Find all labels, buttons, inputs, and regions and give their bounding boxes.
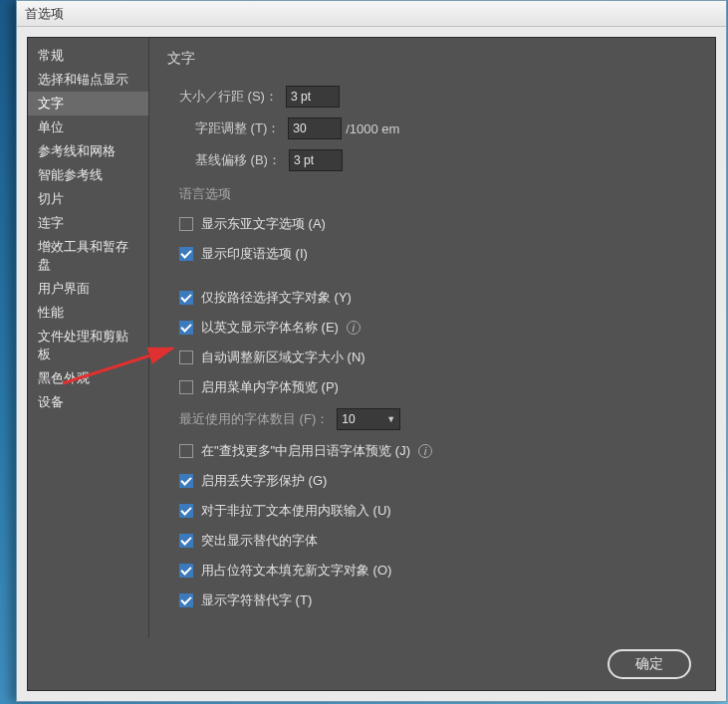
row-menu-preview: 启用菜单内字体预览 (P) [167, 372, 697, 402]
sidebar-item-plugins[interactable]: 增效工具和暂存盘 [28, 235, 148, 277]
input-baseline[interactable] [289, 149, 343, 171]
row-auto-size-area: 自动调整新区域文字大小 (N) [167, 343, 697, 372]
checkbox-menu-preview[interactable] [179, 380, 193, 394]
label-menu-preview: 启用菜单内字体预览 (P) [201, 378, 339, 396]
label-tracking: 字距调整 (T)： [195, 119, 280, 137]
preferences-dialog: 首选项 常规 选择和锚点显示 文字 单位 参考线和网格 智能参考线 切片 连字 … [16, 0, 727, 702]
label-highlight-alt: 突出显示替代的字体 [201, 532, 318, 550]
label-path-only: 仅按路径选择文字对象 (Y) [201, 289, 352, 307]
select-recent-fonts[interactable]: 10 ▼ [337, 408, 400, 430]
row-placeholder: 用占位符文本填充新文字对象 (O) [167, 556, 697, 586]
row-highlight-alt: 突出显示替代的字体 [167, 526, 697, 556]
info-icon[interactable]: i [418, 444, 432, 458]
dialog-body: 常规 选择和锚点显示 文字 单位 参考线和网格 智能参考线 切片 连字 增效工具… [27, 37, 716, 691]
select-recent-fonts-value: 10 [342, 412, 355, 426]
sidebar-item-general[interactable]: 常规 [28, 44, 148, 68]
sidebar-item-file-clipboard[interactable]: 文件处理和剪贴板 [28, 325, 148, 366]
sidebar-item-devices[interactable]: 设备 [28, 390, 148, 414]
footer: 确定 [28, 638, 715, 690]
label-baseline: 基线偏移 (B)： [195, 151, 281, 169]
checkbox-placeholder[interactable] [179, 564, 193, 578]
label-east-asian: 显示东亚文字选项 (A) [201, 215, 326, 233]
input-size-leading[interactable] [286, 86, 340, 108]
row-show-alt-glyph: 显示字符替代字 (T) [167, 586, 697, 615]
sidebar-item-smart-guides[interactable]: 智能参考线 [28, 163, 148, 187]
checkbox-jp-preview[interactable] [179, 444, 193, 458]
sidebar-item-black[interactable]: 黑色外观 [28, 366, 148, 390]
sidebar-item-units[interactable]: 单位 [28, 116, 148, 139]
label-inline-input: 对于非拉丁文本使用内联输入 (U) [201, 502, 391, 520]
sidebar-item-slices[interactable]: 切片 [28, 187, 148, 211]
chevron-down-icon: ▼ [386, 414, 395, 424]
field-size-leading: 大小／行距 (S)： [167, 86, 697, 108]
label-auto-size-area: 自动调整新区域文字大小 (N) [201, 349, 365, 366]
row-jp-preview: 在"查找更多"中启用日语字体预览 (J) i [167, 436, 697, 466]
sidebar-item-selection[interactable]: 选择和锚点显示 [28, 68, 148, 92]
sidebar-item-ui[interactable]: 用户界面 [28, 277, 148, 301]
main-panel: 文字 大小／行距 (S)： 字距调整 (T)： /1000 em 基线偏移 (B… [149, 38, 715, 638]
panel-title: 文字 [167, 50, 697, 68]
unit-tracking: /1000 em [346, 121, 399, 136]
label-show-alt-glyph: 显示字符替代字 (T) [201, 591, 312, 609]
checkbox-path-only[interactable] [179, 291, 193, 305]
checkbox-missing-glyph[interactable] [179, 474, 193, 488]
row-inline-input: 对于非拉丁文本使用内联输入 (U) [167, 496, 697, 526]
checkbox-east-asian[interactable] [179, 217, 193, 231]
field-baseline: 基线偏移 (B)： [167, 149, 697, 171]
label-jp-preview: 在"查找更多"中启用日语字体预览 (J) [201, 442, 410, 460]
row-path-only: 仅按路径选择文字对象 (Y) [167, 283, 697, 313]
label-language-options: 语言选项 [179, 185, 697, 203]
sidebar-item-guides[interactable]: 参考线和网格 [28, 139, 148, 163]
sidebar: 常规 选择和锚点显示 文字 单位 参考线和网格 智能参考线 切片 连字 增效工具… [28, 38, 149, 638]
titlebar: 首选项 [17, 1, 726, 27]
row-east-asian: 显示东亚文字选项 (A) [167, 209, 697, 239]
row-english-fontname: 以英文显示字体名称 (E) i [167, 313, 697, 343]
row-indic: 显示印度语选项 (I) [167, 239, 697, 269]
row-missing-glyph: 启用丢失字形保护 (G) [167, 466, 697, 496]
checkbox-highlight-alt[interactable] [179, 534, 193, 548]
sidebar-item-type[interactable]: 文字 [28, 92, 148, 116]
row-recent-fonts: 最近使用的字体数目 (F)： 10 ▼ [167, 402, 697, 436]
label-indic: 显示印度语选项 (I) [201, 245, 308, 263]
sidebar-item-performance[interactable]: 性能 [28, 301, 148, 325]
checkbox-english-fontname[interactable] [179, 321, 193, 335]
label-recent-fonts: 最近使用的字体数目 (F)： [179, 410, 329, 428]
label-english-fontname: 以英文显示字体名称 (E) [201, 319, 339, 337]
checkbox-show-alt-glyph[interactable] [179, 593, 193, 607]
label-missing-glyph: 启用丢失字形保护 (G) [201, 472, 327, 490]
window-title: 首选项 [25, 6, 64, 21]
content-row: 常规 选择和锚点显示 文字 单位 参考线和网格 智能参考线 切片 连字 增效工具… [28, 38, 715, 638]
group-increments: 大小／行距 (S)： 字距调整 (T)： /1000 em 基线偏移 (B)： … [167, 86, 697, 269]
ok-button[interactable]: 确定 [607, 649, 691, 679]
info-icon[interactable]: i [347, 321, 361, 335]
checkbox-inline-input[interactable] [179, 504, 193, 518]
checkbox-auto-size-area[interactable] [179, 351, 193, 364]
input-tracking[interactable] [288, 117, 342, 139]
label-placeholder: 用占位符文本填充新文字对象 (O) [201, 562, 391, 580]
label-size-leading: 大小／行距 (S)： [179, 88, 278, 106]
sidebar-item-hyphenation[interactable]: 连字 [28, 211, 148, 235]
checkbox-indic[interactable] [179, 247, 193, 261]
field-tracking: 字距调整 (T)： /1000 em [167, 117, 697, 139]
